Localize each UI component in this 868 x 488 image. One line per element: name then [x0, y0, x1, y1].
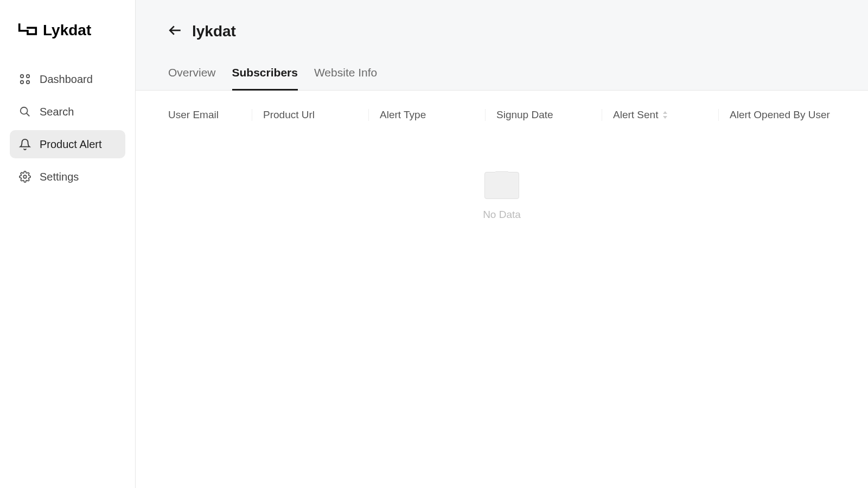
sidebar: Lykdat Dashboard Search: [0, 0, 136, 488]
svg-point-3: [27, 81, 30, 84]
column-label: Alert Sent: [613, 109, 658, 121]
sidebar-item-label: Search: [40, 106, 74, 118]
sidebar-item-label: Dashboard: [40, 73, 93, 86]
column-alert-sent[interactable]: Alert Sent: [602, 109, 719, 121]
back-button[interactable]: [168, 23, 182, 40]
arrow-left-icon: [168, 23, 182, 40]
column-alert-opened[interactable]: Alert Opened By User: [719, 109, 868, 121]
svg-point-4: [21, 107, 28, 114]
bell-icon: [18, 138, 31, 151]
column-label: Product Url: [263, 109, 315, 121]
empty-state: No Data: [136, 139, 868, 253]
brand-logo[interactable]: Lykdat: [10, 22, 125, 39]
svg-point-6: [23, 175, 27, 178]
dashboard-icon: [18, 73, 31, 86]
search-icon: [18, 105, 31, 118]
table-header-row: User Email Product Url Alert Type Signup…: [136, 91, 868, 139]
column-user-email[interactable]: User Email: [136, 109, 252, 121]
subscribers-table: User Email Product Url Alert Type Signup…: [136, 91, 868, 253]
tabs: Overview Subscribers Website Info: [136, 40, 868, 91]
main-content: lykdat Overview Subscribers Website Info…: [136, 0, 868, 488]
sidebar-item-product-alert[interactable]: Product Alert: [10, 130, 125, 158]
tab-subscribers[interactable]: Subscribers: [232, 66, 298, 91]
tab-content: User Email Product Url Alert Type Signup…: [136, 91, 868, 488]
column-label: User Email: [168, 109, 219, 121]
tab-overview[interactable]: Overview: [168, 66, 216, 91]
gear-icon: [18, 170, 31, 183]
lykdat-logo-icon: [18, 23, 37, 38]
tab-label: Overview: [168, 66, 216, 79]
svg-point-2: [21, 81, 24, 84]
page-title: lykdat: [192, 23, 236, 40]
empty-inbox-icon: [484, 172, 519, 199]
sidebar-item-label: Settings: [40, 171, 79, 183]
column-product-url[interactable]: Product Url: [252, 109, 369, 121]
svg-point-1: [27, 75, 30, 78]
column-label: Signup Date: [496, 109, 553, 121]
tab-label: Website Info: [314, 66, 377, 79]
column-label: Alert Opened By User: [730, 109, 830, 121]
sidebar-nav: Dashboard Search Product Alert: [10, 65, 125, 191]
sidebar-item-label: Product Alert: [40, 138, 102, 151]
svg-line-5: [27, 113, 30, 117]
tab-label: Subscribers: [232, 66, 298, 79]
brand-name: Lykdat: [43, 22, 91, 39]
column-label: Alert Type: [380, 109, 426, 121]
svg-point-0: [21, 75, 24, 78]
tab-website-info[interactable]: Website Info: [314, 66, 377, 91]
sidebar-item-settings[interactable]: Settings: [10, 163, 125, 191]
empty-state-text: No Data: [483, 209, 521, 221]
sidebar-item-dashboard[interactable]: Dashboard: [10, 65, 125, 93]
page-header: lykdat: [136, 0, 868, 40]
column-alert-type[interactable]: Alert Type: [369, 109, 486, 121]
sidebar-item-search[interactable]: Search: [10, 98, 125, 126]
column-signup-date[interactable]: Signup Date: [486, 109, 602, 121]
sort-icon: [662, 111, 668, 119]
